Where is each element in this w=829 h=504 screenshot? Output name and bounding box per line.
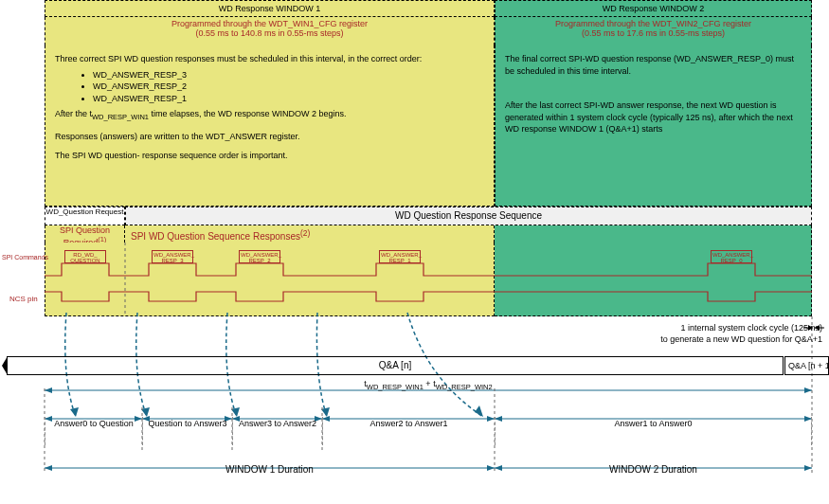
wd-question-request: WD_Question Request (45, 207, 125, 225)
cmd-resp0: WD_ANSWER_ RESP_0 (711, 250, 752, 263)
window2-description: The final correct SPI-WD question respon… (495, 45, 812, 207)
spi-row: SPI Question Required(1) SPI WD Question… (45, 225, 812, 243)
w2-desc2: After the last correct SPI-WD answer res… (505, 99, 802, 135)
description-row: Three correct SPI WD question responses … (45, 45, 812, 207)
qa-cycle-bar: Q&A [n] Q&A [n + 1] (0, 356, 829, 377)
wd-question-response-sequence: WD Question Response Sequence (125, 207, 812, 225)
ncs-pin-label: NCS pin (9, 295, 38, 303)
svg-marker-7 (231, 407, 240, 417)
window-titles-row: WD Response WINDOW 1 WD Response WINDOW … (45, 0, 812, 17)
bullet-item: WD_ANSWER_RESP_1 (93, 93, 484, 105)
window1-title: WD Response WINDOW 1 (45, 0, 495, 17)
w2-desc1: The final correct SPI-WD question respon… (505, 53, 802, 77)
cmd-resp1: WD_ANSWER_ RESP_1 (379, 250, 421, 263)
ans-interval: Answer0 to Question (45, 417, 142, 445)
svg-marker-8 (321, 407, 330, 417)
ans-interval: Answer2 to Answer1 (322, 417, 495, 445)
programmed-row: Programmed through the WDT_WIN1_CFG regi… (45, 17, 812, 45)
timing-diagram: WD Response WINDOW 1 WD Response WINDOW … (0, 0, 829, 504)
ans-interval: Answer1 to Answer0 (495, 417, 812, 445)
window2-programmed: Programmed through the WDT_WIN2_CFG regi… (495, 17, 812, 45)
ans-interval: Answer3 to Answer2 (232, 417, 322, 445)
w1-range-text: (0.55 ms to 140.8 ms in 0.55-ms steps) (195, 28, 343, 38)
w1-after2: Responses (answers) are written to the W… (55, 131, 484, 143)
cmd-rd-wd-question: RD_WD_ QUESTION (64, 250, 106, 263)
w1-after3: The SPI WD question- response sequence o… (55, 150, 484, 162)
sequence-row: WD_Question Request WD Question Response… (45, 207, 812, 225)
svg-marker-5 (70, 407, 79, 417)
qa-next: Q&A [n + 1] (784, 356, 829, 375)
spi-question-required: SPI Question Required(1) (45, 225, 125, 243)
answer-intervals-row: Answer0 to Question Question to Answer3 … (45, 417, 812, 445)
window1-duration: WINDOW 1 Duration (45, 464, 495, 475)
w1-prog-text: Programmed through the WDT_WIN1_CFG regi… (171, 19, 368, 28)
clock-cycle-note: 1 internal system clock cycle (125 ns) t… (660, 323, 822, 345)
clock-line2: to generate a new WD question for Q&A+1 (660, 334, 822, 344)
spi-sequence-responses: SPI WD Question Sequence Responses(2) (125, 225, 495, 243)
svg-marker-6 (141, 407, 150, 417)
qa-current: Q&A [n] (7, 356, 784, 375)
svg-marker-9 (475, 405, 483, 417)
w1-after1: After the tWD_RESP_WIN1 time elapses, th… (55, 108, 484, 122)
signal-bg-window2 (495, 243, 812, 316)
spi-commands-label: SPI Commands (2, 254, 48, 261)
ans-interval: Question to Answer3 (142, 417, 232, 445)
signal-waveform-area: SPI Commands NCS pin RD_WD_ QUESTION WD_… (0, 243, 829, 316)
window1-description: Three correct SPI WD question responses … (45, 45, 495, 207)
cmd-resp3: WD_ANSWER_ RESP_3 (152, 250, 193, 263)
w2-prog-text: Programmed through the WDT_WIN2_CFG regi… (555, 19, 751, 28)
clock-line1: 1 internal system clock cycle (125 ns) (680, 323, 822, 333)
window-duration-row: WINDOW 1 Duration WINDOW 2 Duration (45, 464, 812, 475)
bullet-item: WD_ANSWER_RESP_2 (93, 81, 484, 93)
window1-programmed: Programmed through the WDT_WIN1_CFG regi… (45, 17, 495, 45)
twd-total-label: tWD_RESP_WIN1 + tWD_RESP_WIN2 (45, 379, 812, 391)
spi-green-continuation (495, 225, 812, 243)
bullet-item: WD_ANSWER_RESP_3 (93, 69, 484, 81)
w1-intro: Three correct SPI WD question responses … (55, 53, 484, 65)
window2-title: WD Response WINDOW 2 (495, 0, 812, 17)
w2-range-text: (0.55 ms to 17.6 ms in 0.55-ms steps) (582, 28, 725, 38)
w1-bullets: WD_ANSWER_RESP_3 WD_ANSWER_RESP_2 WD_ANS… (55, 69, 484, 105)
cmd-resp2: WD_ANSWER_ RESP_2 (239, 250, 280, 263)
window2-duration: WINDOW 2 Duration (495, 464, 812, 475)
